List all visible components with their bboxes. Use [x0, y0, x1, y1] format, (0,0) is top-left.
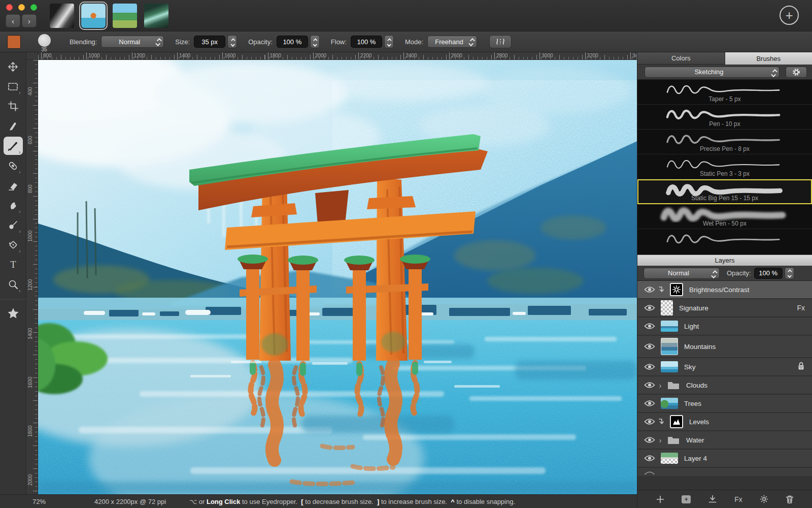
paint-brush-tool-selected[interactable]: [4, 137, 23, 155]
fill-tool[interactable]: [4, 236, 23, 254]
layer-row[interactable]: Mountains: [637, 336, 812, 358]
favorites-star-tool[interactable]: [4, 304, 23, 322]
layer-row-partial[interactable]: [637, 468, 812, 476]
layer-thumbnail[interactable]: [661, 398, 678, 409]
visibility-eye-icon[interactable]: [644, 418, 656, 425]
canvas[interactable]: [38, 60, 637, 494]
document-thumbnail-2-active[interactable]: [81, 4, 106, 28]
close-window-button[interactable]: [6, 4, 13, 11]
brush-item[interactable]: Taper - 5 px: [637, 80, 812, 105]
layer-thumbnail[interactable]: [661, 321, 678, 332]
clone-stamp-tool[interactable]: [4, 216, 23, 234]
zoom-tool[interactable]: [4, 275, 23, 294]
layer-row[interactable]: Light: [637, 318, 812, 336]
expand-chevron-icon[interactable]: ›: [656, 382, 665, 389]
brush-item[interactable]: Wet Pen - 50 px: [637, 204, 812, 229]
visibility-eye-icon[interactable]: [644, 304, 656, 311]
layer-thumbnail[interactable]: [661, 453, 678, 464]
smudge-tool[interactable]: [4, 196, 23, 214]
new-document-button[interactable]: +: [780, 6, 799, 25]
stabiliser-button[interactable]: [489, 35, 512, 48]
expand-chevron-icon[interactable]: ›: [656, 436, 665, 444]
layer-row[interactable]: Trees: [637, 395, 812, 413]
visibility-eye-icon[interactable]: [644, 455, 656, 462]
layer-blend-dropdown[interactable]: Normal: [644, 268, 720, 279]
document-thumbnail-3[interactable]: [113, 4, 137, 28]
visibility-eye-icon[interactable]: [644, 363, 656, 370]
eraser-tool[interactable]: [4, 176, 23, 195]
opacity-field[interactable]: 100 %: [277, 36, 308, 48]
opacity-stepper[interactable]: [310, 35, 320, 48]
opacity-value: 100 %: [283, 38, 301, 46]
forward-button[interactable]: ›: [22, 14, 37, 27]
clipping-arrow-icon: [656, 418, 665, 426]
flow-stepper[interactable]: [384, 35, 394, 48]
panel-tabs: Colors Brushes: [637, 52, 812, 65]
layer-row[interactable]: Signature Fx: [637, 299, 812, 318]
brush-item[interactable]: Pen - 10 px: [637, 105, 812, 130]
layer-row[interactable]: Brightness/Contrast: [637, 281, 812, 299]
brush-item[interactable]: [637, 229, 812, 249]
crop-icon: [8, 101, 18, 111]
size-field[interactable]: 35 px: [194, 36, 225, 48]
tab-colors[interactable]: Colors: [637, 52, 725, 65]
visibility-eye-icon[interactable]: [644, 343, 656, 350]
crop-tool[interactable]: [4, 97, 23, 115]
layer-thumbnail[interactable]: [661, 338, 678, 355]
brush-item[interactable]: Precise Pen - 8 px: [637, 130, 812, 154]
layer-thumbnail[interactable]: [661, 361, 678, 372]
color-picker-pen-tool[interactable]: [4, 117, 23, 135]
minimize-window-button[interactable]: [18, 4, 25, 11]
move-tool[interactable]: [4, 57, 23, 76]
ruler-label-h: 1600: [222, 52, 235, 60]
layer-effects-button[interactable]: Fx: [734, 495, 742, 503]
fx-badge[interactable]: Fx: [797, 304, 805, 312]
visibility-eye-icon[interactable]: [644, 323, 656, 330]
tab-brushes[interactable]: Brushes: [725, 52, 812, 65]
marquee-select-tool[interactable]: [4, 77, 23, 96]
brush-item-selected[interactable]: Static Big Pen 15 - 15 px: [637, 179, 812, 204]
layer-row[interactable]: › Water: [637, 431, 812, 450]
mode-value: Freehand: [435, 38, 463, 46]
adjustment-thumbnail[interactable]: [670, 415, 683, 428]
back-button[interactable]: ‹: [6, 14, 20, 27]
mode-dropdown[interactable]: Freehand: [427, 36, 477, 48]
layer-row[interactable]: › Clouds: [637, 376, 812, 395]
zoom-window-button[interactable]: [30, 4, 37, 11]
document-thumbnail-1[interactable]: [50, 4, 74, 28]
text-tool[interactable]: T: [4, 256, 23, 274]
visibility-eye-icon[interactable]: [644, 400, 656, 407]
document-thumbnail-4[interactable]: [144, 4, 168, 28]
healing-tool[interactable]: [4, 156, 23, 175]
adjustment-thumbnail[interactable]: [670, 283, 683, 296]
delete-layer-button[interactable]: [786, 495, 794, 504]
paint-brush-icon: [8, 141, 18, 151]
brush-category-dropdown[interactable]: Sketching: [645, 67, 780, 78]
visibility-eye-icon[interactable]: [644, 382, 656, 389]
ruler-label-v: 1800: [27, 419, 33, 437]
visibility-eye-icon[interactable]: [644, 286, 656, 293]
visibility-eye-icon[interactable]: [644, 436, 656, 443]
layer-row[interactable]: Levels: [637, 413, 812, 431]
blending-dropdown[interactable]: Normal: [101, 36, 164, 48]
flow-field[interactable]: 100 %: [351, 36, 382, 48]
brush-item[interactable]: Static Pen 3 - 3 px: [637, 154, 812, 179]
layer-row[interactable]: Sky: [637, 358, 812, 376]
size-stepper[interactable]: [227, 35, 237, 48]
adjustment-button[interactable]: [760, 495, 768, 503]
layer-row[interactable]: Layer 4: [637, 450, 812, 468]
lock-icon[interactable]: [797, 362, 805, 372]
layer-opacity-field[interactable]: 100 %: [754, 268, 783, 279]
layer-thumbnail[interactable]: [661, 300, 673, 315]
add-layer-button[interactable]: [656, 495, 664, 503]
zoom-level[interactable]: 72%: [32, 498, 46, 505]
add-pixel-layer-button[interactable]: +: [682, 495, 691, 503]
tools-sidebar: T: [0, 52, 26, 495]
brush-settings-button[interactable]: [786, 67, 807, 78]
active-color-swatch[interactable]: [7, 35, 21, 49]
layer-name: Mountains: [684, 343, 716, 351]
ruler-label-h: 1200: [132, 52, 145, 60]
layer-opacity-stepper[interactable]: [785, 267, 794, 279]
folder-icon: [667, 380, 680, 390]
merge-down-button[interactable]: [708, 495, 717, 503]
